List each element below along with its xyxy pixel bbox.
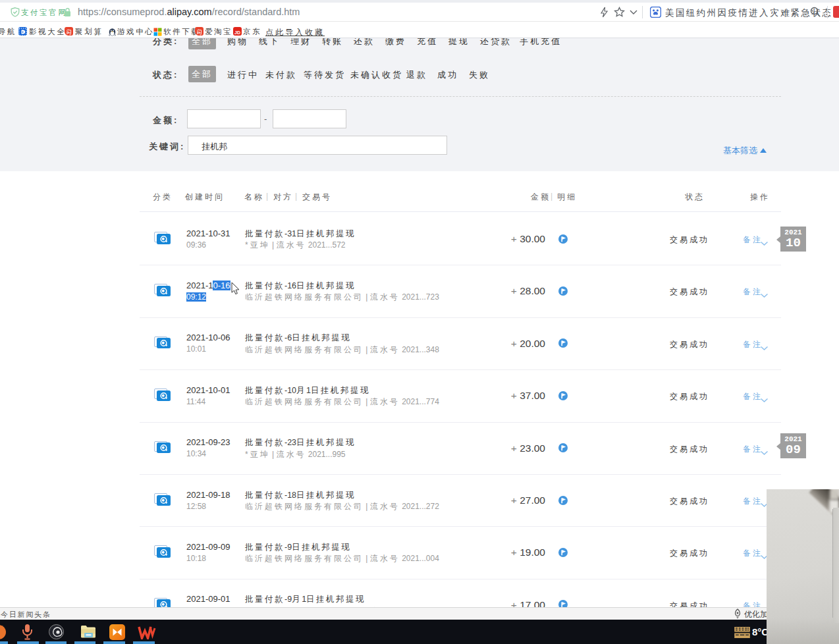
svg-text:JD: JD xyxy=(234,30,240,35)
